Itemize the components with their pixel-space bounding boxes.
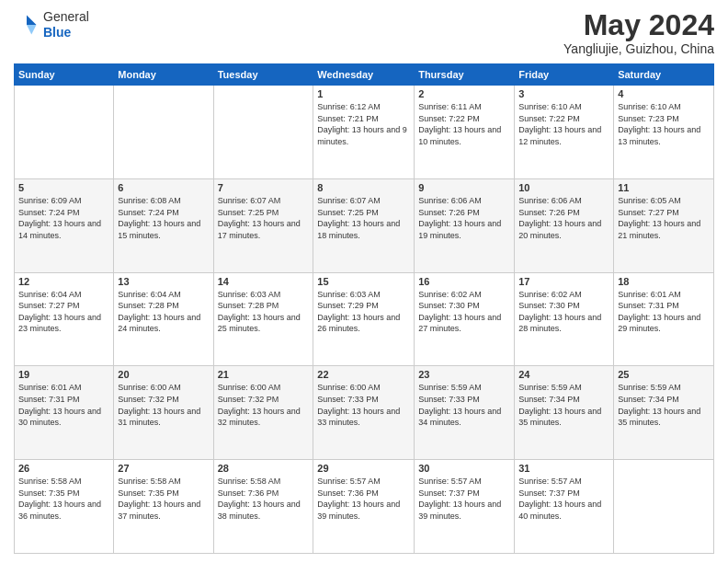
subtitle: Yangliujie, Guizhou, China — [563, 41, 714, 56]
cell-text: Sunrise: 6:04 AM Sunset: 7:28 PM Dayligh… — [118, 289, 209, 335]
calendar-week-row: 26Sunrise: 5:58 AM Sunset: 7:35 PM Dayli… — [15, 460, 714, 554]
calendar-cell: 17Sunrise: 6:02 AM Sunset: 7:30 PM Dayli… — [515, 272, 614, 366]
cell-text: Sunrise: 5:58 AM Sunset: 7:35 PM Dayligh… — [118, 476, 209, 522]
logo: General Blue — [14, 9, 89, 40]
cell-text: Sunrise: 6:03 AM Sunset: 7:29 PM Dayligh… — [317, 289, 410, 335]
cell-text: Sunrise: 6:07 AM Sunset: 7:25 PM Dayligh… — [317, 195, 410, 241]
calendar-cell: 21Sunrise: 6:00 AM Sunset: 7:32 PM Dayli… — [213, 366, 313, 460]
cell-text: Sunrise: 6:12 AM Sunset: 7:21 PM Dayligh… — [317, 101, 410, 147]
logo-icon — [14, 12, 40, 38]
calendar-week-row: 19Sunrise: 6:01 AM Sunset: 7:31 PM Dayli… — [15, 366, 714, 460]
calendar-cell: 3Sunrise: 6:10 AM Sunset: 7:22 PM Daylig… — [515, 86, 614, 179]
calendar-cell: 24Sunrise: 5:59 AM Sunset: 7:34 PM Dayli… — [515, 366, 614, 460]
day-number: 15 — [317, 276, 410, 287]
calendar-cell — [614, 460, 714, 554]
calendar-cell: 13Sunrise: 6:04 AM Sunset: 7:28 PM Dayli… — [114, 272, 213, 366]
day-number: 11 — [618, 182, 710, 193]
cell-text: Sunrise: 6:01 AM Sunset: 7:31 PM Dayligh… — [18, 382, 109, 428]
day-number: 20 — [118, 369, 209, 380]
cell-text: Sunrise: 6:10 AM Sunset: 7:22 PM Dayligh… — [518, 101, 609, 147]
cell-text: Sunrise: 5:57 AM Sunset: 7:37 PM Dayligh… — [518, 476, 609, 522]
calendar-table: SundayMondayTuesdayWednesdayThursdayFrid… — [14, 63, 714, 554]
title-block: May 2024 Yangliujie, Guizhou, China — [563, 9, 714, 56]
weekday-header-row: SundayMondayTuesdayWednesdayThursdayFrid… — [15, 64, 714, 86]
svg-marker-0 — [27, 15, 37, 25]
cell-text: Sunrise: 5:59 AM Sunset: 7:34 PM Dayligh… — [618, 382, 710, 428]
day-number: 6 — [118, 182, 209, 193]
day-number: 14 — [218, 276, 310, 287]
day-number: 1 — [317, 88, 410, 99]
calendar-cell: 29Sunrise: 5:57 AM Sunset: 7:36 PM Dayli… — [313, 460, 415, 554]
weekday-header-wednesday: Wednesday — [313, 64, 415, 86]
cell-text: Sunrise: 6:03 AM Sunset: 7:28 PM Dayligh… — [218, 289, 310, 335]
calendar-cell: 4Sunrise: 6:10 AM Sunset: 7:23 PM Daylig… — [614, 86, 714, 179]
calendar-cell: 7Sunrise: 6:07 AM Sunset: 7:25 PM Daylig… — [213, 178, 313, 272]
day-number: 5 — [18, 182, 109, 193]
day-number: 4 — [618, 88, 710, 99]
weekday-header-thursday: Thursday — [415, 64, 515, 86]
calendar-week-row: 1Sunrise: 6:12 AM Sunset: 7:21 PM Daylig… — [15, 86, 714, 179]
calendar-cell: 23Sunrise: 5:59 AM Sunset: 7:33 PM Dayli… — [415, 366, 515, 460]
weekday-header-tuesday: Tuesday — [213, 64, 313, 86]
cell-text: Sunrise: 5:57 AM Sunset: 7:36 PM Dayligh… — [317, 476, 410, 522]
calendar-cell: 10Sunrise: 6:06 AM Sunset: 7:26 PM Dayli… — [515, 178, 614, 272]
cell-text: Sunrise: 5:57 AM Sunset: 7:37 PM Dayligh… — [418, 476, 510, 522]
cell-text: Sunrise: 6:11 AM Sunset: 7:22 PM Dayligh… — [418, 101, 510, 147]
cell-text: Sunrise: 5:59 AM Sunset: 7:33 PM Dayligh… — [418, 382, 510, 428]
cell-text: Sunrise: 6:09 AM Sunset: 7:24 PM Dayligh… — [18, 195, 109, 241]
calendar-cell: 14Sunrise: 6:03 AM Sunset: 7:28 PM Dayli… — [213, 272, 313, 366]
calendar-cell: 27Sunrise: 5:58 AM Sunset: 7:35 PM Dayli… — [114, 460, 213, 554]
cell-text: Sunrise: 6:05 AM Sunset: 7:27 PM Dayligh… — [618, 195, 710, 241]
weekday-header-saturday: Saturday — [614, 64, 714, 86]
main-title: May 2024 — [563, 9, 714, 41]
calendar-cell: 12Sunrise: 6:04 AM Sunset: 7:27 PM Dayli… — [15, 272, 114, 366]
day-number: 18 — [618, 276, 710, 287]
calendar-cell: 15Sunrise: 6:03 AM Sunset: 7:29 PM Dayli… — [313, 272, 415, 366]
day-number: 21 — [218, 369, 310, 380]
day-number: 26 — [18, 463, 109, 474]
day-number: 25 — [618, 369, 710, 380]
calendar-cell — [114, 86, 213, 179]
cell-text: Sunrise: 6:02 AM Sunset: 7:30 PM Dayligh… — [418, 289, 510, 335]
cell-text: Sunrise: 5:58 AM Sunset: 7:36 PM Dayligh… — [218, 476, 310, 522]
calendar-week-row: 12Sunrise: 6:04 AM Sunset: 7:27 PM Dayli… — [15, 272, 714, 366]
cell-text: Sunrise: 6:00 AM Sunset: 7:32 PM Dayligh… — [218, 382, 310, 428]
logo-general: General — [43, 9, 89, 25]
day-number: 23 — [418, 369, 510, 380]
calendar-cell: 26Sunrise: 5:58 AM Sunset: 7:35 PM Dayli… — [15, 460, 114, 554]
cell-text: Sunrise: 6:08 AM Sunset: 7:24 PM Dayligh… — [118, 195, 209, 241]
calendar-week-row: 5Sunrise: 6:09 AM Sunset: 7:24 PM Daylig… — [15, 178, 714, 272]
day-number: 2 — [418, 88, 510, 99]
cell-text: Sunrise: 6:07 AM Sunset: 7:25 PM Dayligh… — [218, 195, 310, 241]
calendar-cell: 20Sunrise: 6:00 AM Sunset: 7:32 PM Dayli… — [114, 366, 213, 460]
day-number: 29 — [317, 463, 410, 474]
calendar-cell: 25Sunrise: 5:59 AM Sunset: 7:34 PM Dayli… — [614, 366, 714, 460]
logo-text: General Blue — [43, 9, 89, 40]
day-number: 10 — [518, 182, 609, 193]
day-number: 28 — [218, 463, 310, 474]
weekday-header-monday: Monday — [114, 64, 213, 86]
day-number: 16 — [418, 276, 510, 287]
svg-marker-1 — [27, 25, 37, 35]
day-number: 7 — [218, 182, 310, 193]
calendar-cell — [213, 86, 313, 179]
cell-text: Sunrise: 5:58 AM Sunset: 7:35 PM Dayligh… — [18, 476, 109, 522]
cell-text: Sunrise: 6:01 AM Sunset: 7:31 PM Dayligh… — [618, 289, 710, 335]
header: General Blue May 2024 Yangliujie, Guizho… — [14, 9, 714, 56]
calendar-cell: 28Sunrise: 5:58 AM Sunset: 7:36 PM Dayli… — [213, 460, 313, 554]
calendar-cell: 6Sunrise: 6:08 AM Sunset: 7:24 PM Daylig… — [114, 178, 213, 272]
calendar-cell: 1Sunrise: 6:12 AM Sunset: 7:21 PM Daylig… — [313, 86, 415, 179]
day-number: 19 — [18, 369, 109, 380]
weekday-header-sunday: Sunday — [15, 64, 114, 86]
day-number: 27 — [118, 463, 209, 474]
day-number: 3 — [518, 88, 609, 99]
calendar-cell: 31Sunrise: 5:57 AM Sunset: 7:37 PM Dayli… — [515, 460, 614, 554]
calendar-cell: 2Sunrise: 6:11 AM Sunset: 7:22 PM Daylig… — [415, 86, 515, 179]
day-number: 12 — [18, 276, 109, 287]
day-number: 8 — [317, 182, 410, 193]
cell-text: Sunrise: 5:59 AM Sunset: 7:34 PM Dayligh… — [518, 382, 609, 428]
cell-text: Sunrise: 6:02 AM Sunset: 7:30 PM Dayligh… — [518, 289, 609, 335]
day-number: 17 — [518, 276, 609, 287]
cell-text: Sunrise: 6:00 AM Sunset: 7:33 PM Dayligh… — [317, 382, 410, 428]
cell-text: Sunrise: 6:06 AM Sunset: 7:26 PM Dayligh… — [518, 195, 609, 241]
